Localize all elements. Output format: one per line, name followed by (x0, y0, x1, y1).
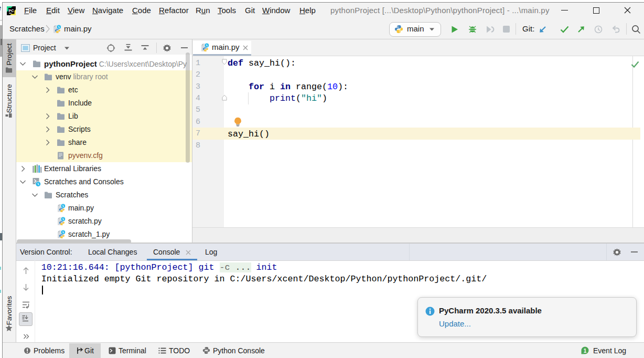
svg-text:1: 1 (584, 348, 587, 354)
